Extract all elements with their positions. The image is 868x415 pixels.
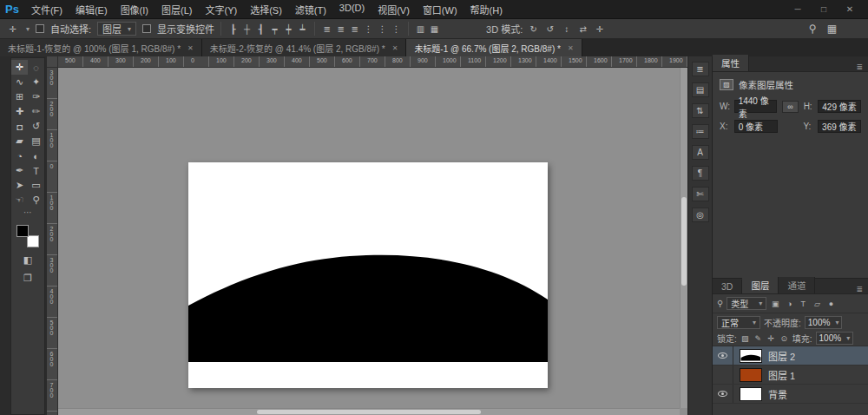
screen-mode-icon[interactable]: ❐ (23, 273, 32, 284)
distribute-vcenter-icon[interactable]: ≣ (335, 24, 346, 34)
eraser-tool[interactable]: ▰ (11, 134, 28, 148)
canvas-area[interactable]: 500 400 300 200 100 0 100 200 300 400 50… (47, 56, 687, 415)
menu-3d[interactable]: 3D(D) (339, 3, 365, 16)
vertical-scrollbar[interactable] (680, 68, 687, 408)
menu-select[interactable]: 选择(S) (250, 3, 282, 16)
distribute-hcenter-icon[interactable]: ⋮ (377, 24, 388, 34)
move-tool[interactable]: ✛ (11, 60, 28, 75)
opacity-dropdown[interactable]: 100% ▾ (805, 316, 843, 329)
menu-window[interactable]: 窗口(W) (423, 3, 457, 16)
3d-rotate-icon[interactable]: ↻ (528, 24, 539, 34)
ruler-origin-corner[interactable] (47, 56, 58, 68)
lasso-tool[interactable]: ∿ (11, 75, 28, 89)
align-top-icon[interactable]: ┯ (269, 24, 280, 34)
distribute-bottom-icon[interactable]: ≣ (349, 24, 360, 34)
layer-name[interactable]: 图层 2 (768, 349, 795, 363)
shape-tool[interactable]: ▭ (28, 178, 44, 193)
menu-type[interactable]: 文字(Y) (205, 3, 237, 16)
clone-source-panel-icon[interactable]: ✄ (692, 187, 709, 201)
horizontal-ruler[interactable]: 500 400 300 200 100 0 100 200 300 400 50… (58, 56, 687, 68)
menu-filter[interactable]: 滤镜(T) (295, 3, 326, 16)
close-button[interactable]: ✕ (837, 4, 863, 14)
show-transform-checkbox[interactable] (142, 24, 151, 33)
layer-row-layer1[interactable]: 图层 1 (713, 366, 868, 385)
document-tab-3[interactable]: 未标题-1 @ 66.7% (图层 2, RGB/8#) * ✕ (406, 39, 582, 56)
layer-row-background[interactable]: 背景 (713, 385, 868, 404)
tab-close-icon[interactable]: ✕ (187, 44, 194, 52)
3d-roll-icon[interactable]: ↺ (544, 24, 556, 34)
workspace-icon[interactable]: ▦ (827, 23, 837, 35)
3d-drag-icon[interactable]: ↕ (561, 24, 572, 34)
pen-tool[interactable]: ✒ (11, 163, 28, 178)
width-field[interactable]: 1440 像素 (734, 100, 778, 113)
align-center-v-icon[interactable]: ┿ (283, 24, 294, 34)
distribute-right-icon[interactable]: ⋮ (391, 24, 402, 34)
magic-wand-tool[interactable]: ✦ (28, 75, 44, 89)
auto-align-layers-icon[interactable]: ▦ (429, 24, 440, 34)
3d-scale-icon[interactable]: ✛ (594, 24, 605, 34)
blur-tool[interactable]: ◔ (11, 148, 28, 163)
lock-transparency-icon[interactable]: ▨ (740, 334, 750, 343)
clone-stamp-tool[interactable]: ◘ (11, 119, 28, 134)
fill-dropdown[interactable]: 100% ▾ (816, 332, 854, 345)
type-tool[interactable]: T (28, 163, 44, 178)
hand-tool[interactable]: ☜ (11, 193, 28, 208)
dodge-tool[interactable]: ◐ (28, 148, 44, 163)
lock-pixels-icon[interactable]: ✎ (753, 334, 763, 343)
layer-name[interactable]: 背景 (768, 387, 787, 401)
filter-shape-layers-icon[interactable]: ▱ (812, 300, 822, 308)
align-center-h-icon[interactable]: ┼ (241, 24, 253, 34)
maximize-button[interactable]: □ (811, 4, 837, 14)
edit-toolbar-icon[interactable]: ⋯ (11, 208, 44, 220)
align-right-icon[interactable]: ┨ (255, 24, 266, 34)
gradient-tool[interactable]: ▤ (28, 134, 44, 148)
tab-3d[interactable]: 3D (713, 280, 742, 293)
document-tab-2[interactable]: 未标题-2-恢复的 @ 41.4% (图层 2, RGB/8#) * ✕ (202, 39, 407, 56)
canvas-viewport[interactable] (58, 68, 687, 415)
marquee-tool[interactable]: ◌ (28, 60, 44, 75)
auto-select-dropdown[interactable]: 图层 ▾ (97, 22, 136, 36)
blend-mode-dropdown[interactable]: 正常 ▾ (717, 316, 760, 329)
distribute-left-icon[interactable]: ⋮ (363, 24, 374, 34)
vertical-scrollbar-thumb[interactable] (681, 197, 687, 286)
panel-menu-icon[interactable]: ≣ (856, 63, 863, 71)
background-color-swatch[interactable] (27, 235, 39, 247)
layer-thumbnail[interactable] (740, 387, 762, 401)
horizontal-scrollbar[interactable] (58, 408, 680, 415)
lock-all-icon[interactable]: ⊙ (779, 334, 789, 343)
filter-type-layers-icon[interactable]: T (798, 300, 808, 308)
menu-file[interactable]: 文件(F) (31, 3, 62, 16)
distribute-spacing-icon[interactable]: ▥ (415, 24, 426, 34)
menu-view[interactable]: 视图(V) (378, 3, 410, 16)
minimize-button[interactable]: ─ (785, 4, 811, 14)
quick-mask-icon[interactable]: ◧ (23, 254, 32, 266)
tab-properties[interactable]: 属性 (713, 55, 749, 71)
vertical-ruler[interactable]: 300 200 100 0 100 200 300 400 500 600 70… (47, 68, 58, 415)
eyedropper-tool[interactable]: ✑ (28, 89, 44, 104)
search-icon[interactable]: ⚲ (809, 23, 817, 35)
height-field[interactable]: 429 像素 (818, 100, 861, 113)
character-panel-icon[interactable]: A (692, 145, 709, 160)
auto-select-checkbox[interactable] (36, 24, 44, 33)
layer-filter-dropdown[interactable]: 类型 ▾ (727, 297, 766, 310)
menu-help[interactable]: 帮助(H) (470, 3, 503, 16)
document-tab-1[interactable]: 未标题-1-恢复的 @ 100% (图层 1, RGB/8#) * ✕ (0, 39, 202, 56)
swatches-panel-icon[interactable]: ▤ (692, 82, 709, 97)
tab-close-icon[interactable]: ✕ (392, 44, 398, 52)
healing-brush-tool[interactable]: ✚ (11, 104, 28, 119)
tool-preset-chevron-icon[interactable]: ▾ (26, 25, 30, 33)
adjustments-panel-icon[interactable]: ⇅ (692, 103, 709, 118)
link-dimensions-icon[interactable]: ∞ (782, 101, 798, 113)
panel-menu-icon[interactable]: ≣ (856, 285, 863, 293)
menu-image[interactable]: 图像(I) (121, 3, 148, 16)
tab-close-icon[interactable]: ✕ (568, 44, 574, 52)
path-selection-tool[interactable]: ➤ (11, 178, 28, 193)
x-field[interactable]: 0 像素 (734, 120, 778, 133)
layer-row-layer2[interactable]: 图层 2 (713, 346, 868, 366)
zoom-tool[interactable]: ⚲ (28, 193, 44, 208)
paragraph-panel-icon[interactable]: ¶ (692, 166, 709, 181)
distribute-top-icon[interactable]: ≣ (321, 24, 332, 34)
menu-layer[interactable]: 图层(L) (161, 3, 192, 16)
tab-layers[interactable]: 图层 (742, 277, 779, 293)
menu-edit[interactable]: 编辑(E) (76, 3, 108, 16)
